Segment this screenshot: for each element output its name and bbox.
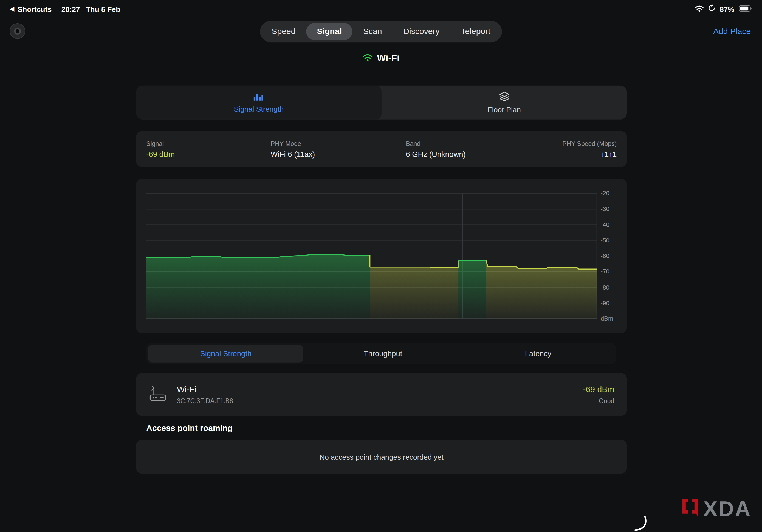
metric-tab-throughput[interactable]: Throughput [305,343,461,364]
signal-value: -69 dBm [146,150,271,159]
upload-arrow-icon: ↑ [609,150,613,158]
wifi-status-icon [695,5,704,13]
rotation-lock-icon [708,4,715,13]
phy-speed-value: ↓1↑1 [601,150,617,159]
tab-teleport[interactable]: Teleport [450,21,501,42]
signal-chart-card: -20 -30 -40 -50 -60 -70 -80 -90 dBm [136,179,627,333]
connection-name: Wi-Fi [177,384,233,394]
y-tick: -80 [601,283,623,291]
phy-mode-value: WiFi 6 (11ax) [271,150,406,159]
connection-mac: 3C:7C:3F:DA:F1:B8 [177,397,233,405]
xda-logo-text: XDA [703,496,751,521]
connection-metrics: -69 dBm Good [583,384,614,405]
view-tab-signal-strength[interactable]: Signal Strength [136,86,382,119]
back-to-app-label[interactable]: Shortcuts [18,5,51,13]
metric-tab-bar: Signal Strength Throughput Latency [146,343,616,364]
view-tab-bar: Signal Strength Floor Plan [136,86,627,119]
y-tick: -50 [601,236,623,244]
profile-avatar [14,28,21,35]
band-label: Band [406,140,562,147]
profile-button[interactable] [10,23,25,39]
app-screen: ◀ Shortcuts 20:27 Thu 5 Feb 87% [0,0,762,532]
y-tick: -90 [601,299,623,307]
signal-info-card: Signal -69 dBm PHY Mode WiFi 6 (11ax) Ba… [136,131,627,167]
annotation-curve [633,515,652,532]
info-phy-speed: PHY Speed (Mbps) ↓1↑1 [562,140,617,159]
view-tab-floor-plan[interactable]: Floor Plan [382,86,627,119]
metric-tab-signal-strength[interactable]: Signal Strength [148,345,303,362]
download-value: 1 [605,150,609,158]
download-arrow-icon: ↓ [601,150,605,158]
info-signal: Signal -69 dBm [146,140,271,159]
y-tick: -20 [601,190,623,197]
tab-speed[interactable]: Speed [261,21,306,42]
tab-scan[interactable]: Scan [352,21,393,42]
page-header: Wi-Fi [0,53,762,64]
view-tab-label: Floor Plan [488,105,521,114]
status-bar-right: 87% [695,4,752,13]
signal-label: Signal [146,140,271,147]
y-axis-unit: dBm [601,315,623,323]
tab-signal[interactable]: Signal [306,23,352,40]
connection-signal-value: -69 dBm [583,384,614,394]
roaming-empty-state: No access point changes recorded yet [136,440,627,474]
connection-quality: Good [599,397,614,405]
info-phy-mode: PHY Mode WiFi 6 (11ax) [271,140,406,159]
y-tick: -70 [601,268,623,275]
connection-row[interactable]: Wi-Fi 3C:7C:3F:DA:F1:B8 -69 dBm Good [136,373,627,416]
tab-discovery[interactable]: Discovery [393,21,450,42]
battery-icon [739,5,752,13]
status-time: 20:27 [61,5,80,13]
signal-strength-chart [146,193,597,319]
connection-info: Wi-Fi 3C:7C:3F:DA:F1:B8 [177,384,233,405]
add-place-button[interactable]: Add Place [713,21,751,42]
y-tick: -60 [601,252,623,260]
chart-y-axis: -20 -30 -40 -50 -60 -70 -80 -90 dBm [601,190,623,323]
back-to-app-icon[interactable]: ◀ [10,5,14,12]
status-date: Thu 5 Feb [86,5,120,13]
bar-chart-icon [253,92,265,102]
wifi-green-icon [362,54,372,63]
view-tab-label: Signal Strength [234,105,284,113]
upload-value: 1 [613,150,617,158]
phy-speed-label: PHY Speed (Mbps) [562,140,617,147]
xda-logo-icon [681,497,700,520]
status-bar: ◀ Shortcuts 20:27 Thu 5 Feb 87% [0,0,762,18]
metric-tab-latency[interactable]: Latency [461,343,616,364]
mode-segmented-control: Speed Signal Scan Discovery Teleport [260,21,502,42]
roaming-section-title: Access point roaming [146,424,233,433]
status-bar-left: ◀ Shortcuts 20:27 Thu 5 Feb [10,5,120,13]
router-icon [149,386,167,403]
layers-icon [498,91,510,103]
info-band: Band 6 GHz (Unknown) [406,140,562,159]
page-title: Wi-Fi [377,53,400,64]
xda-watermark: XDA [681,496,751,521]
y-tick: -40 [601,221,623,228]
y-tick: -30 [601,205,623,213]
battery-percent: 87% [720,5,734,13]
phy-mode-label: PHY Mode [271,140,406,147]
band-value: 6 GHz (Unknown) [406,150,562,159]
